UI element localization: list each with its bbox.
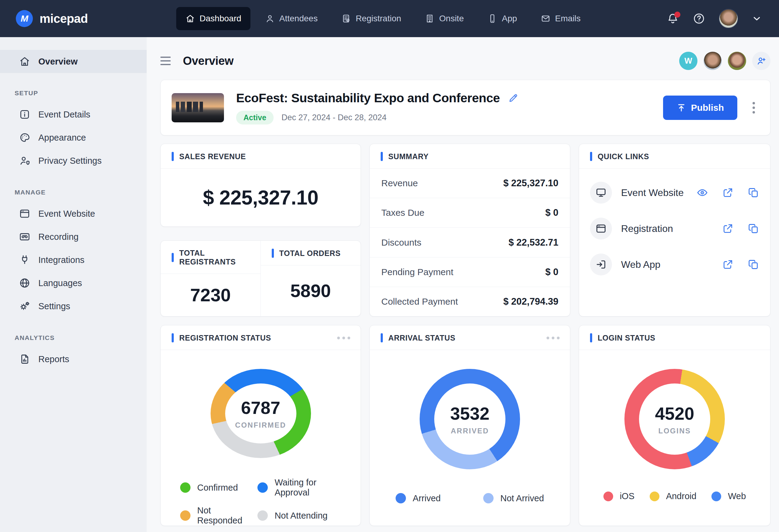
legend-item: Arrived: [396, 493, 441, 504]
event-more-menu[interactable]: [751, 100, 757, 115]
card-title: TOTAL ORDERS: [279, 249, 341, 258]
event-actions: Publish: [663, 96, 757, 120]
nav-item-onsite[interactable]: Onsite: [416, 7, 473, 30]
external-link-icon[interactable]: [722, 187, 734, 198]
event-thumbnail: [172, 93, 224, 122]
event-date-range: Dec 27, 2024 - Dec 28, 2024: [282, 113, 386, 122]
card-title: SUMMARY: [388, 152, 428, 161]
card-options-menu[interactable]: [545, 335, 561, 341]
accent-bar: [381, 333, 383, 342]
external-link-icon[interactable]: [722, 259, 734, 270]
accent-bar: [381, 152, 383, 161]
sidebar-item-overview[interactable]: Overview: [0, 50, 147, 73]
quick-link-registration: Registration: [590, 211, 759, 246]
login-status-card: LOGIN STATUS 4520 LOGINS iOS Android Web: [579, 325, 771, 526]
quick-link-web-app: Web App: [590, 246, 759, 283]
sidebar-item-appearance[interactable]: Appearance: [0, 126, 147, 149]
legend-dot: [180, 511, 190, 521]
card-options-menu[interactable]: [336, 335, 352, 341]
globe-icon: [19, 277, 31, 289]
clipboard-check-icon: [342, 14, 351, 23]
event-banner-card: EcoFest: Sustainability Expo and Confere…: [160, 80, 771, 135]
sign-in-icon: [590, 253, 612, 276]
legend-dot: [603, 491, 613, 501]
sidebar-item-privacy-settings[interactable]: Privacy Settings: [0, 149, 147, 172]
donut-center-label: CONFIRMED: [235, 421, 286, 429]
gears-icon: [19, 300, 31, 312]
sidebar-item-languages[interactable]: Languages: [0, 272, 147, 295]
palette-icon: [19, 132, 31, 143]
sidebar-item-event-details[interactable]: Event Details: [0, 103, 147, 126]
accent-bar: [172, 253, 174, 262]
browser-window-icon: [19, 208, 31, 220]
sidebar-item-reports[interactable]: Reports: [0, 348, 147, 371]
info-square-icon: [19, 109, 31, 120]
status-badge: Active: [236, 111, 274, 124]
arrival-legend: Arrived Not Arrived: [370, 493, 570, 504]
copy-icon[interactable]: [747, 259, 759, 270]
micepad-logo-icon: M: [16, 10, 33, 27]
plug-icon: [19, 254, 31, 266]
legend-item: Not Arrived: [483, 493, 544, 504]
legend-dot: [650, 491, 659, 501]
sidebar-item-integrations[interactable]: Integrations: [0, 248, 147, 272]
registration-donut-chart: 6787 CONFIRMED: [211, 369, 311, 458]
event-title: EcoFest: Sustainability Expo and Confere…: [236, 91, 500, 105]
chevron-down-icon[interactable]: [752, 13, 762, 24]
menu-toggle-icon[interactable]: [160, 57, 173, 65]
notifications-button[interactable]: [666, 12, 679, 25]
arrival-status-card: ARRIVAL STATUS 3532 ARRIVED Arrived Not …: [369, 325, 570, 526]
summary-card: SUMMARY Revenue $ 225,327.10 Taxes Due $…: [369, 144, 570, 316]
sidebar-item-recording[interactable]: Recording: [0, 225, 147, 248]
avatar[interactable]: [704, 52, 722, 70]
sidebar: Overview SETUP Event Details Appearance …: [0, 37, 147, 532]
nav-item-attendees[interactable]: Attendees: [256, 7, 327, 30]
avatar-initial[interactable]: W: [679, 52, 698, 70]
avatar[interactable]: [728, 52, 746, 70]
question-circle-icon: [693, 12, 705, 25]
card-title: LOGIN STATUS: [598, 334, 655, 342]
sidebar-item-settings[interactable]: Settings: [0, 295, 147, 318]
summary-row-revenue: Revenue $ 225,327.10: [370, 169, 570, 198]
user-avatar[interactable]: [719, 9, 738, 28]
content-header: Overview W: [160, 48, 771, 74]
column-sales-totals: SALES REVENUE $ 225,327.10 TOTAL REGISTR…: [160, 144, 361, 316]
summary-row-discounts: Discounts $ 22,532.71: [370, 228, 570, 257]
nav-item-registration[interactable]: Registration: [332, 7, 410, 30]
publish-button[interactable]: Publish: [663, 96, 737, 120]
accent-bar: [590, 152, 592, 161]
summary-row-taxes: Taxes Due $ 0: [370, 198, 570, 228]
mobile-icon: [487, 14, 497, 23]
top-navbar: M micepad Dashboard Attendees Registrati…: [0, 0, 779, 37]
external-link-icon[interactable]: [722, 223, 734, 234]
brand-logo[interactable]: M micepad: [16, 10, 88, 27]
quick-link-event-website: Event Website: [590, 175, 759, 211]
donut-center-value: 4520: [655, 403, 694, 424]
edit-event-button[interactable]: [508, 93, 519, 104]
dashboard-grid: SALES REVENUE $ 225,327.10 TOTAL REGISTR…: [160, 144, 771, 526]
nav-item-app[interactable]: App: [478, 7, 526, 30]
sidebar-section-analytics: ANALYTICS: [0, 318, 147, 348]
legend-item: iOS: [603, 491, 635, 501]
legend-item: Waiting for Approval: [257, 477, 348, 497]
nav-item-emails[interactable]: Emails: [532, 7, 590, 30]
nav-item-dashboard[interactable]: Dashboard: [176, 7, 250, 30]
card-title: ARRIVAL STATUS: [388, 334, 455, 342]
help-button[interactable]: [693, 12, 705, 25]
sidebar-item-event-website[interactable]: Event Website: [0, 202, 147, 225]
brand-name: micepad: [40, 12, 88, 25]
monitor-icon: [590, 182, 612, 203]
add-collaborator-button[interactable]: [752, 52, 771, 70]
person-icon: [265, 14, 275, 23]
user-shield-icon: [19, 155, 31, 167]
card-title: QUICK LINKS: [598, 152, 649, 161]
home-icon: [19, 56, 31, 67]
preview-eye-icon[interactable]: [697, 187, 708, 198]
legend-dot: [483, 493, 493, 504]
donut-center-value: 6787: [241, 398, 280, 418]
copy-icon[interactable]: [747, 223, 759, 234]
upload-icon: [676, 103, 686, 113]
copy-icon[interactable]: [747, 187, 759, 198]
summary-row-pending-payment: Pending Payment $ 0: [370, 257, 570, 287]
donut-center-label: ARRIVED: [451, 427, 489, 435]
